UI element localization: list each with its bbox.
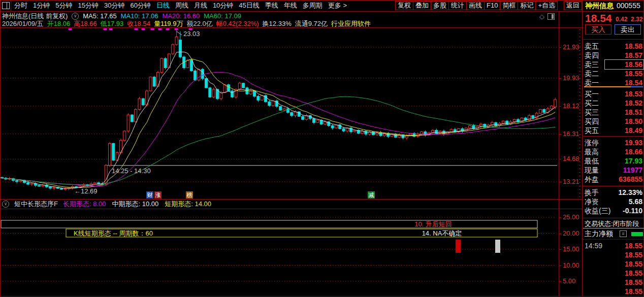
buy-button[interactable]: 买入 (585, 24, 611, 35)
candle[interactable] (435, 128, 438, 135)
indicator-chevron-icon[interactable]: ∨ (2, 201, 9, 208)
period-15分钟[interactable]: 15分钟 (78, 1, 98, 10)
candle[interactable] (86, 184, 89, 186)
candle[interactable] (357, 129, 360, 134)
bid-level-买五[interactable]: 买五18.49 (583, 126, 644, 135)
toolbar-button-F10[interactable]: F10 (484, 1, 500, 10)
candle[interactable] (119, 139, 122, 154)
candle[interactable] (365, 130, 367, 136)
candle[interactable] (257, 95, 260, 102)
candle[interactable] (387, 132, 390, 138)
candle[interactable] (291, 112, 293, 117)
candle[interactable] (543, 108, 545, 113)
bid-level-买一[interactable]: 买一18.53 (583, 89, 644, 98)
period-30分钟[interactable]: 30分钟 (104, 1, 124, 10)
candle[interactable] (209, 87, 211, 98)
candle[interactable] (521, 117, 523, 122)
period-月线[interactable]: 月线 (194, 1, 207, 10)
candle[interactable] (175, 30, 178, 46)
bid-level-买二[interactable]: 买二18.52 (583, 98, 644, 108)
candle[interactable] (138, 97, 141, 111)
toolbar-button-叠加[interactable]: 叠加 (413, 1, 431, 10)
period-周线[interactable]: 周线 (175, 1, 188, 10)
split-window-icon[interactable] (548, 13, 555, 20)
candle[interactable] (331, 124, 334, 130)
candle[interactable] (275, 100, 278, 108)
candle[interactable] (34, 182, 37, 187)
candle[interactable] (424, 130, 427, 137)
candle[interactable] (231, 89, 234, 98)
candle[interactable] (309, 115, 311, 120)
candle[interactable] (298, 111, 300, 117)
candle[interactable] (305, 114, 308, 120)
indicator-name[interactable]: 短中长形态序F (14, 200, 58, 209)
candle[interactable] (479, 123, 482, 128)
period-1分钟[interactable]: 1分钟 (33, 1, 50, 10)
candle[interactable] (268, 100, 271, 107)
candle[interactable] (172, 44, 174, 55)
candle[interactable] (461, 127, 464, 133)
main-force-net-label[interactable]: 主力净额 (585, 229, 613, 238)
toolbar-button-+自选[interactable]: +自选 (535, 1, 558, 10)
ask-level-卖四[interactable]: 卖四18.57 (583, 51, 644, 60)
candle[interactable] (64, 187, 67, 190)
candle[interactable] (42, 184, 44, 187)
stock-name[interactable]: 神州信息 (585, 2, 614, 11)
ask-level-卖五[interactable]: 卖五18.58 (583, 42, 644, 51)
candle[interactable] (112, 143, 115, 160)
candle[interactable] (535, 112, 538, 119)
candle[interactable] (198, 69, 200, 82)
candle[interactable] (146, 89, 148, 106)
candle[interactable] (38, 185, 41, 187)
candle[interactable] (93, 182, 96, 184)
candle[interactable] (131, 114, 133, 122)
toolbar-button-简框[interactable]: 简框 (500, 1, 518, 10)
candle[interactable] (484, 123, 486, 127)
event-tag-减[interactable]: 减 (368, 191, 375, 199)
candle[interactable] (391, 134, 393, 137)
period-5分钟[interactable]: 5分钟 (55, 1, 72, 10)
candle[interactable] (506, 120, 508, 125)
candle[interactable] (201, 68, 204, 80)
candle[interactable] (372, 131, 375, 136)
toolbar-button-多股[interactable]: 多股 (431, 1, 449, 10)
period-更多 >[interactable]: 更多 > (328, 1, 347, 10)
candle[interactable] (242, 83, 245, 88)
collapse-chevron-icon[interactable]: ∨ (72, 13, 79, 20)
toolbar-button-复权[interactable]: 复权 (395, 1, 413, 10)
event-tag-榜[interactable]: 榜 (186, 191, 193, 199)
candle[interactable] (442, 129, 445, 136)
period-季线[interactable]: 季线 (265, 1, 278, 10)
candle[interactable] (127, 113, 130, 133)
toolbar-button-统计[interactable]: 统计 (448, 1, 467, 10)
sell-button[interactable]: 卖出 (615, 24, 641, 35)
candle[interactable] (157, 71, 159, 87)
toolbar-button-画线[interactable]: 画线 (466, 1, 485, 10)
layout-window-icon[interactable] (2, 2, 10, 9)
bid-level-买三[interactable]: 买三18.51 (583, 108, 644, 117)
candle[interactable] (339, 124, 341, 129)
period-日线[interactable]: 日线 (156, 1, 170, 10)
candle[interactable] (12, 178, 14, 182)
list-icon[interactable]: ≡ (620, 230, 627, 237)
candle[interactable] (227, 84, 230, 92)
candle[interactable] (539, 109, 541, 114)
candle[interactable] (458, 128, 460, 133)
diamond-icon[interactable]: ◇ (539, 13, 544, 20)
candle[interactable] (350, 126, 352, 134)
candle[interactable] (160, 58, 163, 74)
candle[interactable] (279, 106, 282, 111)
period-45日线[interactable]: 45日线 (239, 1, 259, 10)
candle[interactable] (413, 133, 415, 138)
candle[interactable] (265, 94, 267, 103)
event-tag-财[interactable]: 财 (146, 191, 153, 199)
candle[interactable] (361, 129, 364, 135)
toolbar-button-标记[interactable]: 标记 (518, 1, 536, 10)
period-分时[interactable]: 分时 (14, 1, 27, 10)
period-年线[interactable]: 年线 (284, 1, 297, 10)
event-tag-涨[interactable]: 涨 (154, 191, 162, 199)
candle[interactable] (398, 133, 401, 138)
candle[interactable] (153, 76, 155, 87)
candle[interactable] (316, 120, 319, 123)
candle[interactable] (149, 77, 152, 91)
